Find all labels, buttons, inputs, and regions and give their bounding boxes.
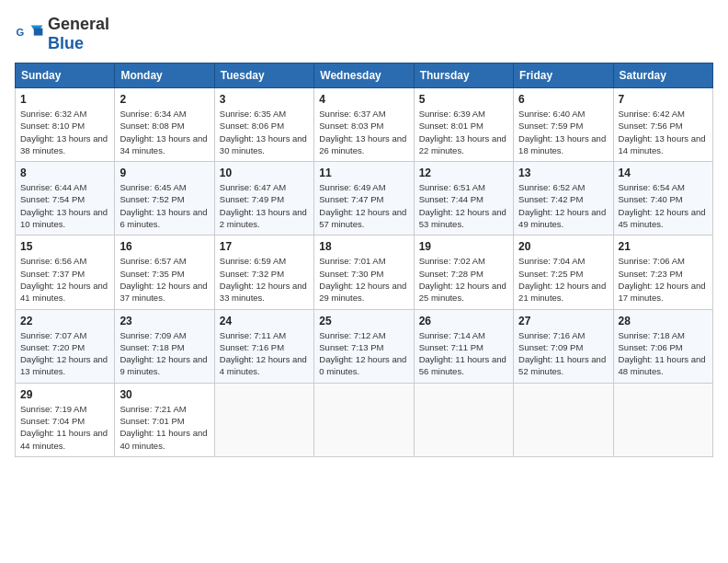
- calendar-cell: 3 Sunrise: 6:35 AM Sunset: 8:06 PM Dayli…: [214, 88, 313, 162]
- calendar-header-row: SundayMondayTuesdayWednesdayThursdayFrid…: [16, 63, 713, 88]
- day-number: 20: [518, 240, 608, 253]
- day-number: 1: [20, 93, 109, 106]
- day-info: Sunrise: 7:18 AM Sunset: 7:06 PM Dayligh…: [619, 329, 708, 378]
- day-number: 12: [419, 167, 508, 179]
- day-number: 9: [119, 167, 209, 179]
- calendar-cell: 1 Sunrise: 6:32 AM Sunset: 8:10 PM Dayli…: [16, 88, 115, 162]
- day-number: 8: [20, 167, 109, 179]
- col-header-wednesday: Wednesday: [314, 63, 414, 88]
- day-info: Sunrise: 6:54 AM Sunset: 7:40 PM Dayligh…: [619, 181, 708, 230]
- logo-text: General Blue: [48, 15, 109, 53]
- calendar-cell: 24 Sunrise: 7:11 AM Sunset: 7:16 PM Dayl…: [214, 309, 313, 383]
- calendar-cell: 9 Sunrise: 6:45 AM Sunset: 7:52 PM Dayli…: [115, 162, 214, 236]
- calendar-cell: 17 Sunrise: 6:59 AM Sunset: 7:32 PM Dayl…: [214, 236, 313, 309]
- day-info: Sunrise: 6:35 AM Sunset: 8:06 PM Dayligh…: [220, 108, 309, 156]
- day-info: Sunrise: 6:56 AM Sunset: 7:37 PM Dayligh…: [20, 255, 109, 304]
- day-info: Sunrise: 7:19 AM Sunset: 7:04 PM Dayligh…: [20, 403, 109, 452]
- day-info: Sunrise: 6:42 AM Sunset: 7:56 PM Dayligh…: [619, 108, 708, 156]
- calendar-cell: 19 Sunrise: 7:02 AM Sunset: 7:28 PM Dayl…: [414, 236, 513, 309]
- day-number: 30: [119, 388, 209, 401]
- calendar-week-row: 15 Sunrise: 6:56 AM Sunset: 7:37 PM Dayl…: [16, 236, 713, 309]
- calendar-cell: 11 Sunrise: 6:49 AM Sunset: 7:47 PM Dayl…: [314, 162, 414, 236]
- calendar-cell: 23 Sunrise: 7:09 AM Sunset: 7:18 PM Dayl…: [115, 309, 214, 383]
- calendar-cell: 7 Sunrise: 6:42 AM Sunset: 7:56 PM Dayli…: [613, 88, 712, 162]
- day-info: Sunrise: 7:11 AM Sunset: 7:16 PM Dayligh…: [220, 329, 309, 378]
- calendar-cell: 27 Sunrise: 7:16 AM Sunset: 7:09 PM Dayl…: [514, 309, 613, 383]
- day-info: Sunrise: 6:44 AM Sunset: 7:54 PM Dayligh…: [20, 181, 109, 230]
- calendar-cell: 22 Sunrise: 7:07 AM Sunset: 7:20 PM Dayl…: [16, 309, 115, 383]
- day-number: 29: [20, 388, 109, 401]
- calendar-cell: 14 Sunrise: 6:54 AM Sunset: 7:40 PM Dayl…: [613, 162, 712, 236]
- calendar-cell: 29 Sunrise: 7:19 AM Sunset: 7:04 PM Dayl…: [16, 383, 115, 456]
- day-number: 18: [319, 240, 408, 253]
- day-number: 15: [20, 240, 109, 253]
- calendar-week-row: 22 Sunrise: 7:07 AM Sunset: 7:20 PM Dayl…: [16, 309, 713, 383]
- day-info: Sunrise: 6:59 AM Sunset: 7:32 PM Dayligh…: [220, 255, 309, 304]
- calendar-cell: 4 Sunrise: 6:37 AM Sunset: 8:03 PM Dayli…: [314, 88, 414, 162]
- day-info: Sunrise: 7:02 AM Sunset: 7:28 PM Dayligh…: [419, 255, 508, 304]
- col-header-monday: Monday: [115, 63, 214, 88]
- calendar-cell: 13 Sunrise: 6:52 AM Sunset: 7:42 PM Dayl…: [514, 162, 613, 236]
- calendar-cell: 5 Sunrise: 6:39 AM Sunset: 8:01 PM Dayli…: [414, 88, 513, 162]
- col-header-friday: Friday: [514, 63, 613, 88]
- day-info: Sunrise: 7:04 AM Sunset: 7:25 PM Dayligh…: [518, 255, 608, 304]
- calendar-cell: 30 Sunrise: 7:21 AM Sunset: 7:01 PM Dayl…: [115, 383, 214, 456]
- day-number: 23: [119, 315, 209, 327]
- calendar-week-row: 8 Sunrise: 6:44 AM Sunset: 7:54 PM Dayli…: [16, 162, 713, 236]
- col-header-sunday: Sunday: [16, 63, 115, 88]
- day-number: 26: [419, 315, 508, 327]
- day-info: Sunrise: 6:32 AM Sunset: 8:10 PM Dayligh…: [20, 108, 109, 156]
- day-number: 22: [20, 315, 109, 327]
- col-header-saturday: Saturday: [613, 63, 712, 88]
- col-header-tuesday: Tuesday: [214, 63, 313, 88]
- day-number: 21: [619, 240, 708, 253]
- day-info: Sunrise: 6:57 AM Sunset: 7:35 PM Dayligh…: [119, 255, 209, 304]
- calendar-cell: [414, 383, 513, 456]
- day-info: Sunrise: 6:39 AM Sunset: 8:01 PM Dayligh…: [419, 108, 508, 156]
- day-info: Sunrise: 7:16 AM Sunset: 7:09 PM Dayligh…: [518, 329, 608, 378]
- logo-icon: G: [15, 19, 44, 49]
- day-number: 3: [220, 93, 309, 106]
- day-info: Sunrise: 6:34 AM Sunset: 8:08 PM Dayligh…: [119, 108, 209, 156]
- day-number: 28: [619, 315, 708, 327]
- day-number: 2: [119, 93, 209, 106]
- svg-marker-2: [34, 29, 43, 36]
- logo: G General Blue: [15, 15, 109, 53]
- col-header-thursday: Thursday: [414, 63, 513, 88]
- calendar-cell: 20 Sunrise: 7:04 AM Sunset: 7:25 PM Dayl…: [514, 236, 613, 309]
- calendar-cell: 16 Sunrise: 6:57 AM Sunset: 7:35 PM Dayl…: [115, 236, 214, 309]
- calendar-cell: 2 Sunrise: 6:34 AM Sunset: 8:08 PM Dayli…: [115, 88, 214, 162]
- day-number: 16: [119, 240, 209, 253]
- day-number: 25: [319, 315, 408, 327]
- calendar-cell: [314, 383, 414, 456]
- day-info: Sunrise: 6:52 AM Sunset: 7:42 PM Dayligh…: [518, 181, 608, 230]
- day-number: 5: [419, 93, 508, 106]
- day-info: Sunrise: 7:06 AM Sunset: 7:23 PM Dayligh…: [619, 255, 708, 304]
- day-info: Sunrise: 7:14 AM Sunset: 7:11 PM Dayligh…: [419, 329, 508, 378]
- day-number: 6: [518, 93, 608, 106]
- day-info: Sunrise: 7:21 AM Sunset: 7:01 PM Dayligh…: [119, 403, 209, 452]
- day-number: 10: [220, 167, 309, 179]
- day-info: Sunrise: 6:47 AM Sunset: 7:49 PM Dayligh…: [220, 181, 309, 230]
- day-info: Sunrise: 7:07 AM Sunset: 7:20 PM Dayligh…: [20, 329, 109, 378]
- calendar-cell: 15 Sunrise: 6:56 AM Sunset: 7:37 PM Dayl…: [16, 236, 115, 309]
- calendar-table: SundayMondayTuesdayWednesdayThursdayFrid…: [15, 63, 713, 457]
- calendar-week-row: 1 Sunrise: 6:32 AM Sunset: 8:10 PM Dayli…: [16, 88, 713, 162]
- calendar-cell: 8 Sunrise: 6:44 AM Sunset: 7:54 PM Dayli…: [16, 162, 115, 236]
- day-number: 7: [619, 93, 708, 106]
- calendar-cell: 6 Sunrise: 6:40 AM Sunset: 7:59 PM Dayli…: [514, 88, 613, 162]
- day-number: 27: [518, 315, 608, 327]
- day-info: Sunrise: 6:45 AM Sunset: 7:52 PM Dayligh…: [119, 181, 209, 230]
- day-number: 19: [419, 240, 508, 253]
- day-info: Sunrise: 6:51 AM Sunset: 7:44 PM Dayligh…: [419, 181, 508, 230]
- calendar-cell: [613, 383, 712, 456]
- day-info: Sunrise: 6:37 AM Sunset: 8:03 PM Dayligh…: [319, 108, 408, 156]
- day-info: Sunrise: 7:01 AM Sunset: 7:30 PM Dayligh…: [319, 255, 408, 304]
- calendar-cell: 26 Sunrise: 7:14 AM Sunset: 7:11 PM Dayl…: [414, 309, 513, 383]
- calendar-cell: 28 Sunrise: 7:18 AM Sunset: 7:06 PM Dayl…: [613, 309, 712, 383]
- day-number: 13: [518, 167, 608, 179]
- calendar-cell: [214, 383, 313, 456]
- day-number: 11: [319, 167, 408, 179]
- day-info: Sunrise: 6:40 AM Sunset: 7:59 PM Dayligh…: [518, 108, 608, 156]
- calendar-cell: 12 Sunrise: 6:51 AM Sunset: 7:44 PM Dayl…: [414, 162, 513, 236]
